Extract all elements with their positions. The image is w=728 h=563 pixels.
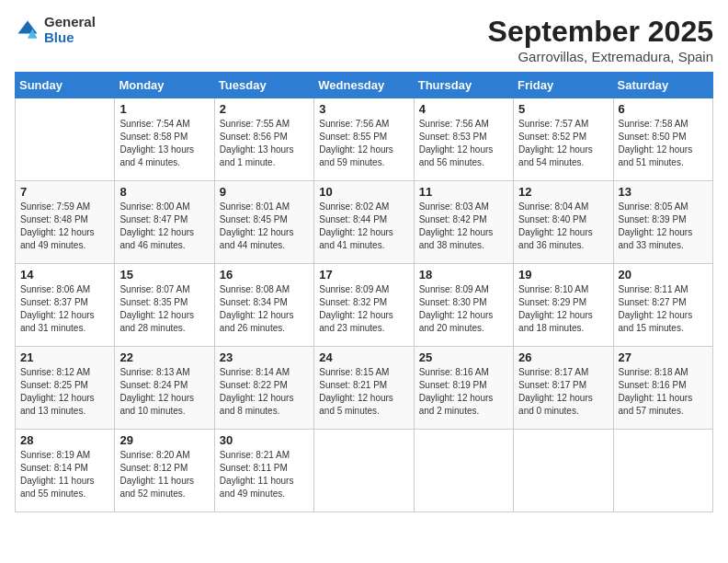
day-cell: 1Sunrise: 7:54 AMSunset: 8:58 PMDaylight… xyxy=(115,98,214,181)
day-number: 14 xyxy=(20,268,109,282)
day-cell: 26Sunrise: 8:17 AMSunset: 8:17 PMDayligh… xyxy=(514,347,613,430)
day-cell: 27Sunrise: 8:18 AMSunset: 8:16 PMDayligh… xyxy=(613,347,712,430)
day-info: Sunrise: 8:08 AMSunset: 8:34 PMDaylight:… xyxy=(220,283,309,335)
day-number: 30 xyxy=(220,433,309,447)
day-cell: 19Sunrise: 8:10 AMSunset: 8:29 PMDayligh… xyxy=(514,264,613,347)
day-cell: 8Sunrise: 8:00 AMSunset: 8:47 PMDaylight… xyxy=(115,181,214,264)
day-info: Sunrise: 8:19 AMSunset: 8:14 PMDaylight:… xyxy=(20,449,109,500)
week-row-0: 1Sunrise: 7:54 AMSunset: 8:58 PMDaylight… xyxy=(16,98,713,181)
day-cell: 5Sunrise: 7:57 AMSunset: 8:52 PMDaylight… xyxy=(514,98,613,181)
day-number: 6 xyxy=(619,102,708,116)
day-number: 18 xyxy=(419,268,508,282)
day-number: 13 xyxy=(619,185,708,199)
day-number: 27 xyxy=(619,350,708,364)
header-monday: Monday xyxy=(115,73,214,98)
day-info: Sunrise: 8:13 AMSunset: 8:24 PMDaylight:… xyxy=(119,366,209,418)
day-cell: 20Sunrise: 8:11 AMSunset: 8:27 PMDayligh… xyxy=(613,264,712,347)
day-number: 10 xyxy=(319,185,408,199)
day-number: 20 xyxy=(619,268,708,282)
day-cell: 3Sunrise: 7:56 AMSunset: 8:55 PMDaylight… xyxy=(314,98,414,181)
day-cell: 30Sunrise: 8:21 AMSunset: 8:11 PMDayligh… xyxy=(214,430,313,512)
day-info: Sunrise: 7:56 AMSunset: 8:53 PMDaylight:… xyxy=(419,118,508,169)
day-info: Sunrise: 8:17 AMSunset: 8:17 PMDaylight:… xyxy=(518,366,608,418)
day-info: Sunrise: 8:02 AMSunset: 8:44 PMDaylight:… xyxy=(319,201,408,252)
day-number: 19 xyxy=(518,268,608,282)
day-number: 2 xyxy=(220,102,309,116)
day-cell: 7Sunrise: 7:59 AMSunset: 8:48 PMDaylight… xyxy=(16,181,115,264)
day-cell: 24Sunrise: 8:15 AMSunset: 8:21 PMDayligh… xyxy=(314,347,414,430)
day-info: Sunrise: 8:04 AMSunset: 8:40 PMDaylight:… xyxy=(518,201,608,252)
day-info: Sunrise: 8:14 AMSunset: 8:22 PMDaylight:… xyxy=(220,366,309,418)
day-cell xyxy=(414,430,513,512)
svg-marker-0 xyxy=(18,20,38,33)
calendar-table: SundayMondayTuesdayWednesdayThursdayFrid… xyxy=(15,72,713,512)
header-thursday: Thursday xyxy=(414,73,513,98)
day-number: 25 xyxy=(419,350,508,364)
day-info: Sunrise: 8:09 AMSunset: 8:30 PMDaylight:… xyxy=(419,283,508,335)
week-row-1: 7Sunrise: 7:59 AMSunset: 8:48 PMDaylight… xyxy=(16,181,713,264)
day-info: Sunrise: 7:55 AMSunset: 8:56 PMDaylight:… xyxy=(220,118,309,169)
day-info: Sunrise: 8:00 AMSunset: 8:47 PMDaylight:… xyxy=(119,201,209,252)
day-info: Sunrise: 7:58 AMSunset: 8:50 PMDaylight:… xyxy=(619,118,708,169)
logo-general: General xyxy=(44,15,96,30)
day-cell: 25Sunrise: 8:16 AMSunset: 8:19 PMDayligh… xyxy=(414,347,513,430)
title-block: September 2025 Garrovillas, Extremadura,… xyxy=(488,15,713,64)
logo-blue: Blue xyxy=(44,30,96,46)
week-row-2: 14Sunrise: 8:06 AMSunset: 8:37 PMDayligh… xyxy=(16,264,713,347)
day-cell xyxy=(613,430,712,512)
day-number: 4 xyxy=(419,102,508,116)
day-info: Sunrise: 8:10 AMSunset: 8:29 PMDaylight:… xyxy=(518,283,608,335)
header-friday: Friday xyxy=(514,73,613,98)
header-wednesday: Wednesday xyxy=(314,73,414,98)
day-number: 7 xyxy=(20,185,109,199)
day-number: 22 xyxy=(119,350,209,364)
day-info: Sunrise: 7:56 AMSunset: 8:55 PMDaylight:… xyxy=(319,118,408,169)
day-info: Sunrise: 8:05 AMSunset: 8:39 PMDaylight:… xyxy=(619,201,708,252)
day-cell: 6Sunrise: 7:58 AMSunset: 8:50 PMDaylight… xyxy=(613,98,712,181)
day-cell: 9Sunrise: 8:01 AMSunset: 8:45 PMDaylight… xyxy=(214,181,313,264)
day-cell: 22Sunrise: 8:13 AMSunset: 8:24 PMDayligh… xyxy=(115,347,214,430)
day-number: 16 xyxy=(220,268,309,282)
page-header: General Blue September 2025 Garrovillas,… xyxy=(15,15,713,64)
day-number: 1 xyxy=(119,102,209,116)
day-cell: 4Sunrise: 7:56 AMSunset: 8:53 PMDaylight… xyxy=(414,98,513,181)
header-saturday: Saturday xyxy=(613,73,712,98)
day-info: Sunrise: 7:54 AMSunset: 8:58 PMDaylight:… xyxy=(119,118,209,169)
day-number: 15 xyxy=(119,268,209,282)
day-cell: 10Sunrise: 8:02 AMSunset: 8:44 PMDayligh… xyxy=(314,181,414,264)
header-tuesday: Tuesday xyxy=(214,73,313,98)
day-cell xyxy=(16,98,115,181)
day-number: 29 xyxy=(119,433,209,447)
day-info: Sunrise: 8:03 AMSunset: 8:42 PMDaylight:… xyxy=(419,201,508,252)
day-cell: 12Sunrise: 8:04 AMSunset: 8:40 PMDayligh… xyxy=(514,181,613,264)
day-info: Sunrise: 7:59 AMSunset: 8:48 PMDaylight:… xyxy=(20,201,109,252)
day-cell: 14Sunrise: 8:06 AMSunset: 8:37 PMDayligh… xyxy=(16,264,115,347)
day-cell: 28Sunrise: 8:19 AMSunset: 8:14 PMDayligh… xyxy=(16,430,115,512)
day-number: 11 xyxy=(419,185,508,199)
day-info: Sunrise: 8:06 AMSunset: 8:37 PMDaylight:… xyxy=(20,283,109,335)
day-cell: 29Sunrise: 8:20 AMSunset: 8:12 PMDayligh… xyxy=(115,430,214,512)
header-sunday: Sunday xyxy=(16,73,115,98)
week-row-3: 21Sunrise: 8:12 AMSunset: 8:25 PMDayligh… xyxy=(16,347,713,430)
calendar-header-row: SundayMondayTuesdayWednesdayThursdayFrid… xyxy=(16,73,713,98)
day-info: Sunrise: 8:09 AMSunset: 8:32 PMDaylight:… xyxy=(319,283,408,335)
day-info: Sunrise: 8:21 AMSunset: 8:11 PMDaylight:… xyxy=(220,449,309,500)
day-number: 17 xyxy=(319,268,408,282)
day-info: Sunrise: 7:57 AMSunset: 8:52 PMDaylight:… xyxy=(518,118,608,169)
day-number: 5 xyxy=(518,102,608,116)
logo-text: General Blue xyxy=(44,15,96,45)
day-info: Sunrise: 8:12 AMSunset: 8:25 PMDaylight:… xyxy=(20,366,109,418)
day-number: 26 xyxy=(518,350,608,364)
day-cell: 18Sunrise: 8:09 AMSunset: 8:30 PMDayligh… xyxy=(414,264,513,347)
day-cell: 11Sunrise: 8:03 AMSunset: 8:42 PMDayligh… xyxy=(414,181,513,264)
day-cell: 23Sunrise: 8:14 AMSunset: 8:22 PMDayligh… xyxy=(214,347,313,430)
day-cell xyxy=(514,430,613,512)
day-number: 23 xyxy=(220,350,309,364)
day-number: 21 xyxy=(20,350,109,364)
day-info: Sunrise: 8:15 AMSunset: 8:21 PMDaylight:… xyxy=(319,366,408,418)
week-row-4: 28Sunrise: 8:19 AMSunset: 8:14 PMDayligh… xyxy=(16,430,713,512)
day-cell: 21Sunrise: 8:12 AMSunset: 8:25 PMDayligh… xyxy=(16,347,115,430)
day-number: 9 xyxy=(220,185,309,199)
day-number: 12 xyxy=(518,185,608,199)
logo: General Blue xyxy=(15,15,96,45)
